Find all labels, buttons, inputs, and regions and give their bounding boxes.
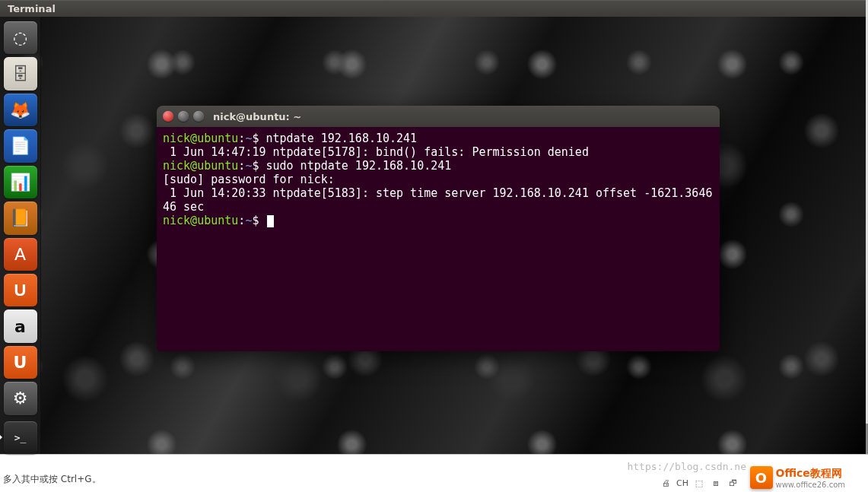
terminal-title: nick@ubuntu: ~ <box>213 111 301 122</box>
launcher-item-software[interactable]: A <box>4 238 37 271</box>
terminal-cursor <box>267 215 274 227</box>
terminal-body[interactable]: nick@ubuntu:~$ ntpdate 192.168.10.241 1 … <box>157 127 720 232</box>
desktop-wallpaper: nick@ubuntu: ~ nick@ubuntu:~$ ntpdate 19… <box>0 17 866 454</box>
tray-icon-2[interactable]: 🗉 <box>710 477 722 489</box>
printer-icon[interactable]: 🖨 <box>660 477 672 489</box>
terminal-cmd-1: ntpdate 192.168.10.241 <box>265 132 417 145</box>
terminal-cmd-2: sudo ntpdate 192.168.10.241 <box>265 159 451 173</box>
menubar[interactable]: Terminal <box>0 0 866 17</box>
launcher-item-writer[interactable]: 📄 <box>4 129 37 162</box>
terminal-out-2: [sudo] password for nick: <box>163 173 335 186</box>
watermark-logo-icon: O <box>750 466 773 489</box>
launcher-item-ubuntu-one[interactable]: U <box>4 274 37 306</box>
launcher-item-files[interactable]: 🗄 <box>4 57 37 90</box>
launcher-item-impress[interactable]: 📙 <box>4 202 37 234</box>
ime-indicator[interactable]: CH <box>676 477 688 489</box>
prompt-user: nick@ubuntu <box>163 132 238 145</box>
window-close-button[interactable] <box>163 111 173 122</box>
launcher-item-firefox[interactable]: 🦊 <box>4 94 37 126</box>
launcher-item-amazon[interactable]: a <box>4 309 37 342</box>
tray-icon-3[interactable]: 🗗 <box>727 477 739 489</box>
terminal-out-1: 1 Jun 14:47:19 ntpdate[5178]: bind() fai… <box>163 145 589 159</box>
statusbar-hint: 多入其中或按 Ctrl+G。 <box>3 473 101 486</box>
terminal-window[interactable]: nick@ubuntu: ~ nick@ubuntu:~$ ntpdate 19… <box>157 106 720 351</box>
terminal-titlebar[interactable]: nick@ubuntu: ~ <box>157 106 720 127</box>
launcher-item-dash[interactable]: ◌ <box>4 21 37 54</box>
launcher-item-ubuntu-one2[interactable]: U <box>4 346 37 379</box>
launcher-item-calc[interactable]: 📊 <box>4 166 37 198</box>
launcher-item-terminal[interactable]: >_ <box>4 421 37 454</box>
terminal-out-3: 1 Jun 14:20:33 ntpdate[5183]: step time … <box>163 186 712 214</box>
watermark-url: https://blog.csdn.ne <box>627 461 746 472</box>
window-maximize-button[interactable] <box>193 111 204 122</box>
watermark-text2: www.office26.com <box>776 481 846 489</box>
watermark-text1: Office教程网 <box>776 467 842 479</box>
app-menu-label[interactable]: Terminal <box>8 3 56 14</box>
watermark-logo: O Office教程网 www.office26.com <box>750 466 846 489</box>
bottom-strip: 多入其中或按 Ctrl+G。 https://blog.csdn.ne O Of… <box>0 454 868 492</box>
window-minimize-button[interactable] <box>178 111 189 122</box>
tray-icon-1[interactable]: ⬚ <box>693 477 705 489</box>
system-tray[interactable]: 🖨 CH ⬚ 🗉 🗗 <box>660 477 739 489</box>
launcher-item-settings[interactable]: ⚙ <box>4 382 37 414</box>
unity-launcher[interactable]: ◌🗄🦊📄📊📙AUaU⚙>_ <box>0 17 41 454</box>
